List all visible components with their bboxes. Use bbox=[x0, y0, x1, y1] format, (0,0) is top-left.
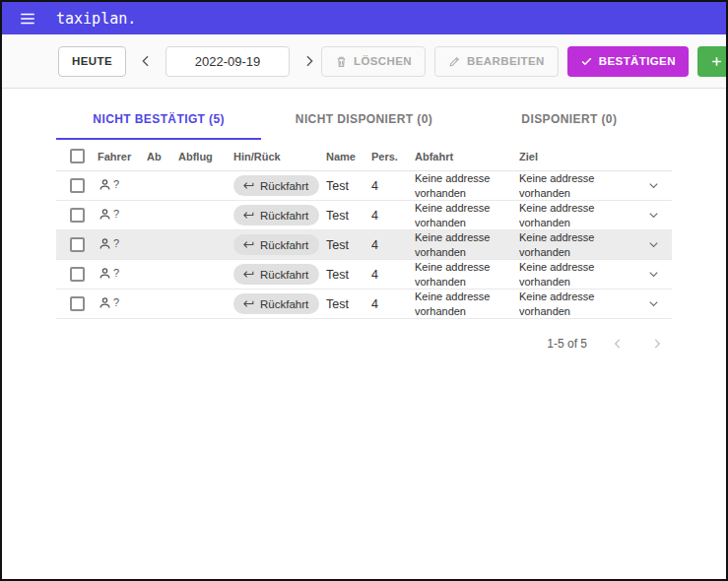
return-arrow-icon bbox=[242, 238, 255, 251]
pagination-previous-chevron-icon[interactable] bbox=[609, 335, 627, 353]
trip-departure-address: Keine addresse vorhanden bbox=[415, 230, 519, 259]
trip-type-label: Rückfahrt bbox=[260, 298, 308, 310]
pagination-range-label: 1-5 of 5 bbox=[547, 337, 587, 351]
trip-persons: 4 bbox=[371, 209, 415, 223]
table-row[interactable]: ? Rückfahrt Test 4 Keine addresse vorhan… bbox=[56, 230, 672, 260]
trip-type-label: Rückfahrt bbox=[260, 239, 308, 251]
trash-icon bbox=[335, 55, 348, 68]
app-window: taxiplan. HEUTE LÖSCHEN BEARBEITEN bbox=[0, 0, 728, 581]
plus-icon bbox=[710, 55, 723, 68]
row-checkbox[interactable] bbox=[70, 267, 85, 282]
trip-type-chip[interactable]: Rückfahrt bbox=[233, 175, 319, 196]
column-header-abflug: Abflug bbox=[178, 151, 233, 162]
trip-type-chip[interactable]: Rückfahrt bbox=[233, 264, 319, 285]
trip-name: Test bbox=[326, 179, 371, 193]
expand-row-chevron-icon[interactable] bbox=[646, 178, 661, 193]
column-header-fahrer: Fahrer bbox=[98, 151, 147, 162]
trip-persons: 4 bbox=[371, 238, 415, 252]
column-header-ab: Ab bbox=[147, 151, 178, 162]
confirm-button-label: BESTÄTIGEN bbox=[599, 55, 676, 67]
appbar: taxiplan. bbox=[2, 2, 726, 34]
table-row[interactable]: ? Rückfahrt Test 4 Keine addresse vorhan… bbox=[56, 171, 672, 201]
pencil-icon bbox=[448, 55, 461, 68]
return-arrow-icon bbox=[242, 268, 255, 281]
column-header-ziel: Ziel bbox=[519, 151, 634, 162]
confirm-button[interactable]: BESTÄTIGEN bbox=[567, 46, 689, 77]
delete-button[interactable]: LÖSCHEN bbox=[321, 46, 426, 77]
toolbar: HEUTE LÖSCHEN BEARBEITEN BESTÄTIGEN bbox=[2, 34, 726, 89]
trip-name: Test bbox=[326, 268, 371, 282]
menu-icon[interactable] bbox=[19, 10, 36, 28]
trip-destination-address: Keine addresse vorhanden bbox=[519, 171, 634, 200]
trip-departure-address: Keine addresse vorhanden bbox=[415, 290, 519, 318]
pagination: 1-5 of 5 bbox=[56, 319, 672, 362]
trip-type-chip[interactable]: Rückfahrt bbox=[233, 293, 319, 314]
previous-day-chevron-icon[interactable] bbox=[134, 49, 158, 73]
column-header-pers: Pers. bbox=[371, 151, 415, 162]
trip-departure-address: Keine addresse vorhanden bbox=[415, 260, 519, 289]
edit-button[interactable]: BEARBEITEN bbox=[434, 46, 559, 77]
table-row[interactable]: ? Rückfahrt Test 4 Keine addresse vorhan… bbox=[56, 201, 672, 230]
trip-destination-address: Keine addresse vorhanden bbox=[519, 230, 634, 259]
row-checkbox[interactable] bbox=[70, 208, 85, 223]
trip-destination-address: Keine addresse vorhanden bbox=[519, 260, 634, 289]
expand-row-chevron-icon[interactable] bbox=[646, 237, 661, 252]
return-arrow-icon bbox=[242, 297, 255, 310]
trip-type-label: Rückfahrt bbox=[260, 210, 308, 222]
expand-row-chevron-icon[interactable] bbox=[646, 296, 661, 311]
trip-type-chip[interactable]: Rückfahrt bbox=[233, 205, 319, 226]
column-header-abfahrt: Abfahrt bbox=[415, 151, 519, 162]
trip-name: Test bbox=[326, 297, 371, 311]
app-title: taxiplan. bbox=[56, 10, 136, 28]
select-all-checkbox[interactable] bbox=[70, 149, 85, 163]
expand-row-chevron-icon[interactable] bbox=[646, 208, 661, 223]
pagination-next-chevron-icon[interactable] bbox=[648, 335, 666, 353]
driver-unassigned-icon: ? bbox=[98, 266, 119, 281]
tab-nicht-bestaetigt[interactable]: NICHT BESTÄTIGT (5) bbox=[56, 99, 261, 140]
tab-disponiert[interactable]: DISPONIERT (0) bbox=[467, 99, 672, 140]
column-header-hinrueck: Hin/Rück bbox=[233, 151, 326, 162]
table-header-row: Fahrer Ab Abflug Hin/Rück Name Pers. Abf… bbox=[56, 142, 672, 171]
expand-row-chevron-icon[interactable] bbox=[646, 267, 661, 282]
trip-type-chip[interactable]: Rückfahrt bbox=[233, 234, 319, 255]
trip-type-label: Rückfahrt bbox=[260, 269, 308, 281]
date-input[interactable] bbox=[165, 46, 290, 77]
row-checkbox[interactable] bbox=[70, 237, 85, 252]
table-body: ? Rückfahrt Test 4 Keine addresse vorhan… bbox=[56, 171, 672, 319]
driver-unassigned-icon: ? bbox=[98, 207, 119, 222]
new-button[interactable]: NEU... bbox=[697, 46, 728, 77]
tab-nicht-disponiert[interactable]: NICHT DISPONIERT (0) bbox=[261, 99, 466, 140]
next-day-chevron-icon[interactable] bbox=[298, 49, 321, 73]
trip-destination-address: Keine addresse vorhanden bbox=[519, 290, 634, 318]
trip-name: Test bbox=[326, 209, 371, 223]
driver-unassigned-icon: ? bbox=[98, 236, 119, 251]
trip-departure-address: Keine addresse vorhanden bbox=[415, 171, 519, 200]
return-arrow-icon bbox=[242, 179, 255, 192]
today-button[interactable]: HEUTE bbox=[58, 46, 126, 77]
delete-button-label: LÖSCHEN bbox=[354, 55, 412, 67]
trip-persons: 4 bbox=[371, 179, 415, 193]
edit-button-label: BEARBEITEN bbox=[467, 55, 545, 67]
driver-unassigned-icon: ? bbox=[98, 295, 119, 310]
row-checkbox[interactable] bbox=[70, 296, 85, 311]
tab-bar: NICHT BESTÄTIGT (5) NICHT DISPONIERT (0)… bbox=[56, 99, 672, 140]
trip-persons: 4 bbox=[371, 268, 415, 282]
table-row[interactable]: ? Rückfahrt Test 4 Keine addresse vorhan… bbox=[56, 290, 672, 319]
trip-destination-address: Keine addresse vorhanden bbox=[519, 201, 634, 229]
trip-departure-address: Keine addresse vorhanden bbox=[415, 201, 519, 229]
check-icon bbox=[580, 55, 593, 68]
trip-name: Test bbox=[326, 238, 371, 252]
trip-persons: 4 bbox=[371, 297, 415, 311]
trips-table: Fahrer Ab Abflug Hin/Rück Name Pers. Abf… bbox=[56, 142, 672, 362]
trip-type-label: Rückfahrt bbox=[260, 180, 308, 192]
driver-unassigned-icon: ? bbox=[98, 177, 119, 192]
table-row[interactable]: ? Rückfahrt Test 4 Keine addresse vorhan… bbox=[56, 260, 672, 290]
row-checkbox[interactable] bbox=[70, 178, 85, 193]
column-header-name: Name bbox=[326, 151, 371, 162]
return-arrow-icon bbox=[242, 209, 255, 222]
